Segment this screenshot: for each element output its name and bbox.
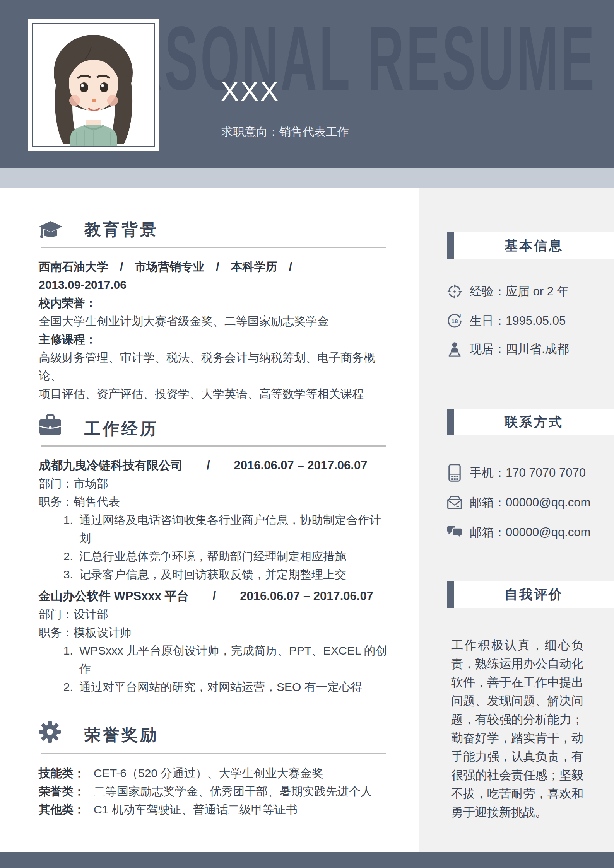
accent-bar xyxy=(447,409,454,435)
accent-bar xyxy=(447,232,454,259)
svg-text:+: + xyxy=(459,313,462,318)
phone-value: 手机：170 7070 7070 xyxy=(470,465,586,481)
email-item-2: 邮箱：00000@qq.com xyxy=(446,524,608,541)
honors-content: 技能类： CET-6（520 分通过）、大学生创业大赛金奖 荣誉类： 二等国家励… xyxy=(39,764,389,819)
job-department: 部门：设计部 xyxy=(39,605,389,623)
birthday-value: 生日：1995.05.05 xyxy=(470,313,566,329)
job-duty-item: 汇总行业总体竞争环境，帮助部门经理制定相应措施 xyxy=(76,547,389,565)
honor-text: CET-6（520 分通过）、大学生创业大赛金奖 xyxy=(94,764,323,782)
job-duty-item: WPSxxx 儿平台原创设计师，完成简历、PPT、EXCEL 的创作 xyxy=(76,641,389,678)
job-duty-item: 记录客户信息，及时回访获取反馈，并定期整理上交 xyxy=(76,565,389,583)
profile-photo-frame xyxy=(28,19,159,151)
graduation-cap-icon xyxy=(39,220,63,241)
experience-value: 经验：应届 or 2 年 xyxy=(470,283,569,300)
mobile-phone-icon xyxy=(446,464,463,482)
header-divider-strip xyxy=(0,168,614,188)
resume-page: PERSONAL RESUME xyxy=(0,0,614,868)
accent-bar xyxy=(447,581,454,608)
job-role: 职务：销售代表 xyxy=(39,493,389,511)
self-eval-text: 工作积极认真，细心负责，熟练运用办公自动化软件，善于在工作中提出问题、发现问题、… xyxy=(451,636,583,822)
honor-row: 其他类： C1 机动车驾驶证、普通话二级甲等证书 xyxy=(39,800,389,819)
birthday-item: 18 + 生日：1995.05.05 xyxy=(446,312,608,330)
honor-row: 技能类： CET-6（520 分通过）、大学生创业大赛金奖 xyxy=(39,764,389,782)
honor-label: 其他类： xyxy=(39,800,94,819)
job-department: 部门：市场部 xyxy=(39,474,389,493)
education-honor-label: 校内荣誉： xyxy=(39,294,389,312)
job-company-line: 成都九曳冷链科技有限公司 / 2016.06.07 – 2017.06.07 xyxy=(39,456,389,474)
self-eval-title: 自我评价 xyxy=(454,581,614,608)
education-period: 2013.09-2017.06 xyxy=(39,276,389,294)
education-honor-text: 全国大学生创业计划大赛省级金奖、二等国家励志奖学金 xyxy=(39,312,389,330)
job-duty-list: 通过网络及电话咨询收集各行业商户信息，协助制定合作计划 汇总行业总体竞争环境，帮… xyxy=(39,511,389,583)
avatar-illustration xyxy=(33,24,154,146)
education-course-text-1: 高级财务管理、审计学、税法、税务会计与纳税筹划、电子商务概论、 xyxy=(39,348,389,385)
education-content: 西南石油大学 / 市场营销专业 / 本科学历 / 2013.09-2017.06… xyxy=(39,258,389,403)
footer-bar xyxy=(0,852,614,868)
age-18-icon: 18 + xyxy=(446,313,463,329)
job-intent: 求职意向：销售代表工作 xyxy=(221,124,349,139)
honors-divider xyxy=(41,753,386,754)
education-divider xyxy=(41,247,386,248)
section-title-work: 工作经历 xyxy=(84,418,159,440)
contact-header: 联系方式 xyxy=(447,409,614,435)
job-duty-item: 通过对平台网站的研究，对网站运营，SEO 有一定心得 xyxy=(76,678,389,696)
experience-item: 经验：应届 or 2 年 xyxy=(446,283,608,300)
contact-title: 联系方式 xyxy=(454,409,614,435)
job-role: 职务：模板设计师 xyxy=(39,623,389,641)
work-job-1: 成都九曳冷链科技有限公司 / 2016.06.07 – 2017.06.07 部… xyxy=(39,456,389,583)
section-title-education: 教育背景 xyxy=(84,219,159,240)
basic-info-header: 基本信息 xyxy=(447,232,614,259)
work-divider xyxy=(41,445,386,447)
target-icon xyxy=(446,283,463,300)
briefcase-icon xyxy=(39,414,62,436)
job-duty-list: WPSxxx 儿平台原创设计师，完成简历、PPT、EXCEL 的创作 通过对平台… xyxy=(39,641,389,696)
education-course-text-2: 项目评估、资产评估、投资学、大学英语、高等数学等相关课程 xyxy=(39,385,389,403)
job-duty-item: 通过网络及电话咨询收集各行业商户信息，协助制定合作计划 xyxy=(76,511,389,547)
honor-text: 二等国家励志奖学金、优秀团干部、暑期实践先进个人 xyxy=(94,782,372,800)
email-value: 邮箱：00000@qq.com xyxy=(470,495,590,511)
profile-photo xyxy=(32,23,155,147)
envelope-icon xyxy=(446,495,463,510)
education-course-label: 主修课程： xyxy=(39,330,389,348)
candidate-name: XXX xyxy=(221,77,280,105)
education-school-line: 西南石油大学 / 市场营销专业 / 本科学历 / xyxy=(39,258,389,276)
self-eval-header: 自我评价 xyxy=(447,581,614,608)
job-company-line: 金山办公软件 WPSxxx 平台 / 2016.06.07 – 2017.06.… xyxy=(39,587,389,605)
honor-label: 荣誉类： xyxy=(39,782,94,800)
honor-label: 技能类： xyxy=(39,764,94,782)
chat-bubbles-icon xyxy=(446,525,463,540)
header-banner: PERSONAL RESUME xyxy=(0,0,614,168)
location-value: 现居：四川省.成都 xyxy=(470,341,569,357)
honor-text: C1 机动车驾驶证、普通话二级甲等证书 xyxy=(94,800,298,819)
section-title-honors: 荣誉奖励 xyxy=(84,724,159,746)
email-value: 邮箱：00000@qq.com xyxy=(470,524,590,541)
gear-icon xyxy=(39,721,61,743)
svg-text:18: 18 xyxy=(451,318,458,324)
work-job-2: 金山办公软件 WPSxxx 平台 / 2016.06.07 – 2017.06.… xyxy=(39,587,389,696)
email-item: 邮箱：00000@qq.com xyxy=(446,494,608,512)
location-item: 现居：四川省.成都 xyxy=(446,340,608,358)
basic-info-title: 基本信息 xyxy=(454,232,614,259)
phone-item: 手机：170 7070 7070 xyxy=(446,464,608,482)
person-pin-icon xyxy=(446,341,463,357)
honor-row: 荣誉类： 二等国家励志奖学金、优秀团干部、暑期实践先进个人 xyxy=(39,782,389,800)
